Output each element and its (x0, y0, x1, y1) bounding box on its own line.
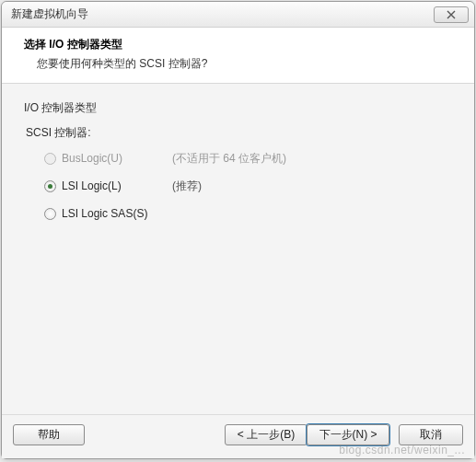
window-title: 新建虚拟机向导 (11, 6, 434, 22)
close-button[interactable] (434, 6, 469, 23)
radio-option-lsilogic[interactable]: LSI Logic(L) (推荐) (44, 178, 452, 194)
radio-input-lsilogic-sas[interactable] (44, 208, 56, 220)
wizard-header: 选择 I/O 控制器类型 您要使用何种类型的 SCSI 控制器? (2, 28, 474, 84)
scsi-controller-label: SCSI 控制器: (24, 125, 452, 141)
wizard-dialog: 新建虚拟机向导 选择 I/O 控制器类型 您要使用何种类型的 SCSI 控制器?… (1, 1, 475, 459)
radio-input-lsilogic[interactable] (44, 180, 56, 192)
wizard-footer: 帮助 < 上一步(B) 下一步(N) > 取消 (2, 414, 474, 458)
header-title: 选择 I/O 控制器类型 (24, 37, 461, 52)
close-icon (447, 10, 456, 19)
next-button[interactable]: 下一步(N) > (307, 424, 389, 445)
help-button[interactable]: 帮助 (13, 424, 85, 445)
header-subtitle: 您要使用何种类型的 SCSI 控制器? (24, 56, 461, 72)
radio-option-buslogic: BusLogic(U) (不适用于 64 位客户机) (44, 150, 452, 167)
radio-hint: (推荐) (172, 179, 202, 194)
titlebar: 新建虚拟机向导 (2, 2, 474, 28)
cancel-button[interactable]: 取消 (399, 424, 463, 445)
radio-label: LSI Logic(L) (62, 179, 163, 192)
radio-label: BusLogic(U) (62, 152, 163, 165)
wizard-content: I/O 控制器类型 SCSI 控制器: BusLogic(U) (不适用于 64… (2, 84, 474, 414)
radio-input-buslogic (44, 153, 56, 165)
radio-option-lsilogic-sas[interactable]: LSI Logic SAS(S) (44, 205, 452, 222)
section-label: I/O 控制器类型 (24, 100, 452, 116)
back-button[interactable]: < 上一步(B) (225, 424, 308, 445)
scsi-radio-group: BusLogic(U) (不适用于 64 位客户机) LSI Logic(L) … (24, 150, 452, 222)
radio-hint: (不适用于 64 位客户机) (172, 151, 286, 167)
radio-label: LSI Logic SAS(S) (62, 207, 163, 220)
